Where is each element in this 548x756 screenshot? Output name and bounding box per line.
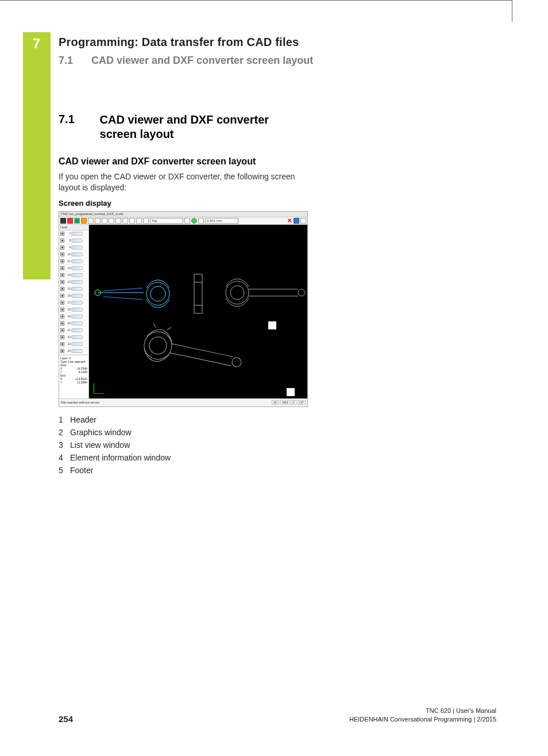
layer-row[interactable]: 21 xyxy=(59,327,88,334)
toolbar-icon[interactable] xyxy=(143,218,149,224)
toolbar-icon[interactable] xyxy=(184,218,190,224)
layer-row[interactable]: 12 xyxy=(59,265,88,272)
layer-swatch-icon xyxy=(71,314,83,318)
toolbar-icon[interactable] xyxy=(129,218,135,224)
layer-id: 9 xyxy=(65,245,71,249)
save-icon[interactable] xyxy=(294,218,299,224)
toolbar-icon[interactable] xyxy=(198,218,204,224)
layer-visibility-checkbox[interactable] xyxy=(60,266,64,270)
layer-row[interactable]: 13 xyxy=(59,272,88,279)
layer-id: 14 xyxy=(65,280,71,283)
footer-meta: TNC 620 | User's Manual HEIDENHAIN Conve… xyxy=(349,707,496,724)
crop-rule-top xyxy=(0,0,512,1)
toolbar-icon[interactable] xyxy=(115,218,121,224)
layer-visibility-checkbox[interactable] xyxy=(60,252,64,256)
legend-number: 1 xyxy=(59,415,70,424)
layer-visibility-checkbox[interactable] xyxy=(60,342,64,346)
layer-visibility-checkbox[interactable] xyxy=(60,232,64,236)
layer-id: 18 xyxy=(65,308,71,311)
legend-text: List view window xyxy=(70,440,130,450)
toolbar-icon[interactable] xyxy=(122,218,128,224)
layer-id: 15 xyxy=(65,287,71,290)
legend-number: 5 xyxy=(59,466,70,475)
running-header-sub-number: 7.1 xyxy=(59,55,88,67)
layer-swatch-icon xyxy=(71,301,83,305)
layer-swatch-icon xyxy=(71,294,83,298)
info-end-y: Y11.3884 xyxy=(60,381,87,384)
layer-visibility-checkbox[interactable] xyxy=(60,301,64,305)
legend-text: Graphics window xyxy=(70,428,132,437)
toolbar-icon[interactable] xyxy=(102,218,107,224)
svg-point-11 xyxy=(231,356,242,367)
tolerance-readout-value: 0.001 mm xyxy=(207,219,222,222)
section-number: 7.1 xyxy=(59,113,97,126)
layer-swatch-icon xyxy=(71,328,83,332)
layer-row[interactable]: 22 xyxy=(59,334,88,341)
layer-visibility-checkbox[interactable] xyxy=(60,314,64,318)
layer-id: 12 xyxy=(65,266,71,270)
layer-row[interactable]: 20 xyxy=(59,320,88,327)
layer-visibility-checkbox[interactable] xyxy=(60,287,64,291)
window-controls: ✕ xyxy=(287,218,306,224)
layer-row[interactable]: 7 xyxy=(59,231,88,237)
subsection-heading: CAD viewer and DXF converter screen layo… xyxy=(59,156,484,167)
toolbar-icon[interactable] xyxy=(88,218,94,224)
layer-swatch-icon xyxy=(71,349,83,353)
toolbar-icon[interactable] xyxy=(95,218,101,224)
layer-row[interactable]: 15 xyxy=(59,286,88,293)
layer-visibility-checkbox[interactable] xyxy=(60,349,64,353)
layer-id: 17 xyxy=(65,301,71,304)
layer-swatch-icon xyxy=(71,280,83,284)
layer-visibility-checkbox[interactable] xyxy=(60,308,64,312)
layer-visibility-checkbox[interactable] xyxy=(60,280,64,284)
close-icon[interactable]: ✕ xyxy=(287,218,292,224)
layer-visibility-checkbox[interactable] xyxy=(60,259,64,263)
graphics-window[interactable] xyxy=(89,225,307,398)
toolbar-icon[interactable] xyxy=(74,218,80,224)
layer-list: 789101112131415161718192021222324 xyxy=(59,231,88,355)
page-number: 254 xyxy=(59,714,73,724)
layer-row[interactable]: 17 xyxy=(59,300,88,306)
layer-row[interactable]: 24 xyxy=(59,348,88,355)
intro-paragraph: If you open the CAD viewer or DXF conver… xyxy=(59,171,317,193)
layer-swatch-icon xyxy=(71,273,83,277)
svg-point-6 xyxy=(226,281,249,304)
layer-swatch-icon xyxy=(71,335,83,339)
layer-row[interactable]: 10 xyxy=(59,251,88,258)
tolerance-readout: 0.001 mm xyxy=(205,218,238,224)
toolbar-icon[interactable] xyxy=(81,218,87,224)
layer-visibility-checkbox[interactable] xyxy=(60,294,64,298)
layer-visibility-checkbox[interactable] xyxy=(60,321,64,325)
legend-text: Element information window xyxy=(70,453,171,462)
layer-visibility-checkbox[interactable] xyxy=(60,239,64,243)
layer-list-header: Layer xyxy=(59,225,88,231)
legend-item: 1Header xyxy=(59,415,484,424)
chapter-tab-bar xyxy=(23,32,51,279)
layer-row[interactable]: 14 xyxy=(59,279,88,286)
layer-row[interactable]: 19 xyxy=(59,313,88,320)
layer-visibility-checkbox[interactable] xyxy=(60,245,64,250)
layer-visibility-checkbox[interactable] xyxy=(60,335,64,339)
footer-status-text: File loaded without errors xyxy=(61,401,99,404)
footer-cell: 0 xyxy=(291,400,296,405)
layer-row[interactable]: 23 xyxy=(59,341,88,348)
layer-row[interactable]: 16 xyxy=(59,293,88,300)
layer-row[interactable]: 9 xyxy=(59,244,88,251)
cad-left-panel: Layer 789101112131415161718192021222324 … xyxy=(59,225,89,398)
layer-row[interactable]: 11 xyxy=(59,258,88,265)
running-header: Programming: Data transfer from CAD file… xyxy=(59,36,484,67)
legend-number: 4 xyxy=(59,453,70,462)
layer-swatch-icon xyxy=(71,321,83,325)
layer-row[interactable]: 18 xyxy=(59,306,88,313)
toolbar-icon[interactable] xyxy=(60,218,66,224)
view-select[interactable]: Top xyxy=(150,218,183,224)
toolbar-icon[interactable] xyxy=(67,218,73,224)
layer-row[interactable]: 8 xyxy=(59,237,88,244)
toolbar-icon[interactable] xyxy=(136,218,142,224)
export-icon[interactable] xyxy=(300,218,306,224)
running-header-sub: 7.1 CAD viewer and DXF converter screen … xyxy=(59,55,484,67)
layer-visibility-checkbox[interactable] xyxy=(60,273,64,277)
toolbar-icon[interactable] xyxy=(109,218,114,224)
layer-visibility-checkbox[interactable] xyxy=(60,328,64,332)
legend-number: 2 xyxy=(59,428,70,437)
